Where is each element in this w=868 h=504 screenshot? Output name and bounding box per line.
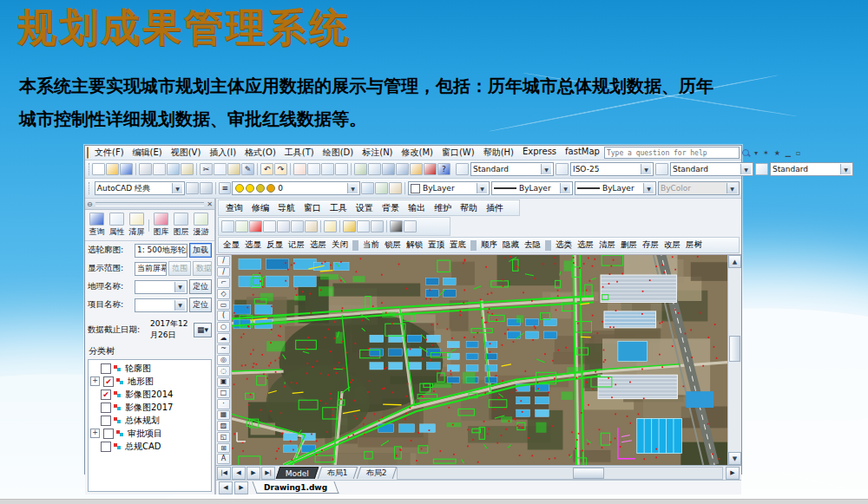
project-locate-button[interactable]: 定位 — [189, 298, 212, 312]
tool-palettes-icon[interactable] — [382, 163, 395, 175]
tree-node[interactable]: 总体规划 — [89, 414, 211, 427]
chevron-down-icon[interactable]: ▼ — [541, 164, 551, 174]
map-edit-icon[interactable] — [357, 220, 370, 232]
map-menu-5[interactable]: 工具 — [326, 202, 352, 214]
tree-checkbox[interactable] — [101, 442, 111, 452]
layer-btn-顺序[interactable]: 顺序 — [478, 239, 500, 251]
layer-combo[interactable]: 0 ▼ — [232, 181, 360, 195]
search-icon[interactable] — [741, 148, 751, 158]
map-link-icon[interactable] — [371, 220, 384, 232]
menu-4[interactable]: 插入(I) — [205, 147, 240, 159]
layer-btn-置顶[interactable]: 置顶 — [425, 239, 447, 251]
mleader-style-icon[interactable] — [755, 163, 768, 175]
linetype-combo[interactable]: ByLayer▼ — [491, 181, 573, 195]
region-icon[interactable]: ◱ — [217, 432, 230, 442]
map-canvas[interactable] — [232, 255, 727, 465]
chevron-down-icon[interactable]: ▼ — [643, 183, 654, 193]
make-layer-current-icon[interactable] — [361, 182, 374, 194]
layer-btn-当前[interactable]: 当前 — [360, 239, 382, 251]
map-menu-9[interactable]: 维护 — [430, 202, 456, 214]
hscroll-thumb[interactable] — [573, 468, 604, 479]
map-menu-1[interactable]: 查询 — [221, 202, 247, 214]
menu-5[interactable]: 格式(O) — [240, 147, 280, 159]
tree-checkbox[interactable]: ✔ — [101, 389, 111, 400]
publish-icon[interactable] — [167, 163, 180, 175]
map-roam-icon[interactable] — [235, 220, 248, 232]
zoom-window-icon[interactable] — [321, 163, 334, 175]
gradient-icon[interactable]: ▨ — [217, 421, 230, 431]
text-style-icon[interactable] — [456, 163, 469, 175]
tree-checkbox[interactable]: ✔ — [103, 376, 114, 387]
menu-6[interactable]: 工具(T) — [280, 147, 319, 159]
line-icon[interactable]: / — [217, 256, 230, 266]
pan-icon[interactable] — [293, 163, 306, 175]
tab-Model[interactable]: Model — [276, 467, 319, 479]
library-button[interactable]: 图库 — [151, 213, 171, 238]
properties-button[interactable]: 属性 — [107, 213, 127, 238]
tab-布局2[interactable]: 布局2 — [356, 467, 396, 479]
layers-dialog-icon[interactable]: ≡ — [219, 182, 231, 194]
map-menu-3[interactable]: 导航 — [273, 202, 299, 214]
menu-12[interactable]: Express — [518, 147, 561, 159]
workspace-settings-icon[interactable] — [186, 182, 199, 194]
tab-next-icon[interactable]: ▶ — [247, 467, 260, 480]
tree-checkbox[interactable] — [101, 363, 111, 374]
polyline-icon[interactable]: ⌐ — [217, 278, 230, 288]
zoom-previous-icon[interactable] — [335, 163, 348, 175]
revcloud-icon[interactable]: ☁ — [217, 333, 230, 344]
etransmit-icon[interactable] — [181, 163, 194, 175]
ellipse-icon[interactable]: ◎ — [217, 355, 230, 365]
layer-states-icon[interactable] — [368, 163, 381, 175]
clear-screen-button[interactable]: 清屏 — [127, 213, 147, 238]
data-button[interactable]: 数据 — [193, 261, 212, 276]
map-attribute-icon[interactable] — [291, 220, 304, 232]
layer-isolate-icon[interactable] — [389, 182, 402, 194]
plot-preview-icon[interactable] — [153, 163, 166, 175]
scroll-down-icon[interactable]: ▼ — [728, 452, 741, 465]
layer-btn-层树[interactable]: 层树 — [683, 239, 705, 251]
layer-btn-记层[interactable]: 记层 — [286, 239, 307, 251]
dim-style-icon[interactable] — [556, 163, 569, 175]
toolbar-grip[interactable] — [89, 163, 89, 175]
map-select-icon[interactable] — [263, 220, 276, 232]
table-icon[interactable]: ⊞ — [217, 443, 230, 454]
load-button[interactable]: 加载 — [189, 243, 212, 258]
layer-properties-icon[interactable] — [354, 163, 367, 175]
layer-btn-置底[interactable]: 置底 — [447, 239, 469, 251]
toolbar-grip[interactable] — [89, 182, 92, 194]
layer-btn-选层[interactable]: 选层 — [307, 239, 329, 251]
roam-button[interactable]: 漫游 — [191, 213, 211, 238]
menu-11[interactable]: 帮助(H) — [479, 147, 518, 159]
toolbar-close-icon[interactable]: ▫ — [794, 149, 802, 157]
calendar-icon[interactable]: ▦▾ — [194, 323, 212, 337]
save-icon[interactable] — [120, 163, 133, 175]
quickcalc-icon[interactable] — [424, 163, 437, 175]
redo-icon[interactable]: ↷ — [274, 163, 287, 175]
spline-icon[interactable]: ~ — [217, 344, 230, 355]
chevron-down-icon[interactable]: ▼ — [174, 300, 185, 311]
panel-collapse-icon[interactable]: ⊖ — [87, 200, 93, 208]
color-combo[interactable]: ByLayer▼ — [408, 181, 490, 195]
geo-locate-button[interactable]: 定位 — [189, 279, 212, 294]
tree-node[interactable]: 轮廓图 — [89, 362, 211, 375]
range-button[interactable]: 范围 — [168, 261, 191, 276]
dim-style-combo[interactable]: ISO-25▼ — [570, 162, 654, 176]
chevron-down-icon[interactable]: ▼ — [477, 183, 487, 193]
query-button-icon[interactable] — [89, 213, 104, 226]
menu-9[interactable]: 修改(M) — [398, 147, 437, 159]
layer-btn-选显[interactable]: 选显 — [242, 239, 264, 251]
map-menu-8[interactable]: 输出 — [404, 202, 430, 214]
tab-last-icon[interactable]: ▶| — [261, 467, 275, 480]
arc-icon[interactable]: ( — [217, 311, 230, 321]
hatch-icon[interactable]: ▦ — [217, 410, 230, 421]
map-area-icon[interactable] — [343, 220, 356, 232]
layer-btn-隐藏[interactable]: 隐藏 — [500, 239, 522, 251]
tree-node[interactable]: +✔地形图 — [89, 375, 211, 388]
layer-btn-选类[interactable]: 选类 — [553, 239, 575, 251]
tree-checkbox[interactable] — [101, 416, 111, 426]
workspace-save-icon[interactable] — [200, 182, 213, 194]
layer-btn-选层[interactable]: 选层 — [575, 239, 596, 251]
point-icon[interactable]: · — [217, 399, 230, 409]
tree-node[interactable]: 影像图2017 — [89, 401, 211, 414]
menu-13[interactable]: fastMap — [561, 147, 604, 159]
